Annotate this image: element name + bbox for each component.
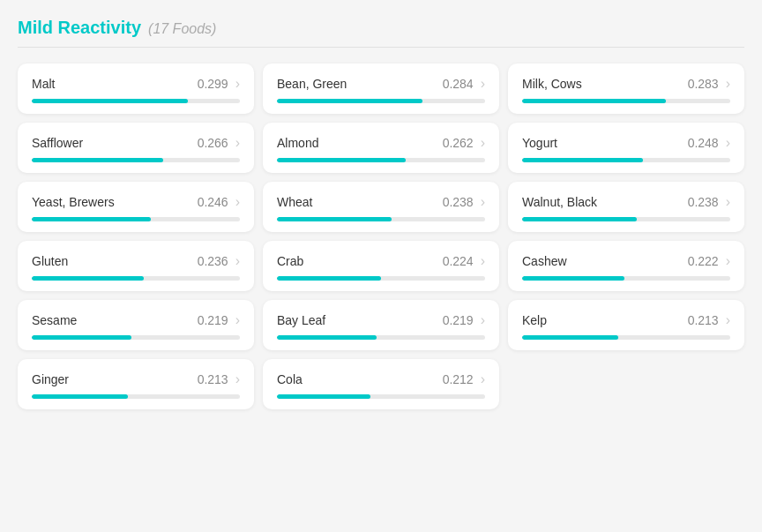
chevron-right-icon: › xyxy=(235,312,240,328)
chevron-right-icon: › xyxy=(235,371,240,387)
progress-track xyxy=(277,394,485,399)
food-card[interactable]: Yogurt0.248› xyxy=(508,123,744,173)
progress-track xyxy=(32,99,240,103)
food-name: Bay Leaf xyxy=(277,313,325,327)
food-name: Milk, Cows xyxy=(522,77,582,91)
chevron-right-icon: › xyxy=(481,194,485,210)
progress-fill xyxy=(277,217,392,221)
food-card[interactable]: Safflower0.266› xyxy=(18,123,254,173)
progress-fill xyxy=(277,99,422,103)
progress-fill xyxy=(32,158,163,162)
progress-fill xyxy=(32,394,128,399)
food-card[interactable]: Cashew0.222› xyxy=(508,241,744,291)
food-value: 0.224 xyxy=(443,254,474,268)
progress-fill xyxy=(522,99,666,103)
food-card[interactable]: Crab0.224› xyxy=(263,241,499,291)
food-value: 0.283 xyxy=(688,77,719,91)
food-value: 0.219 xyxy=(198,313,228,327)
chevron-right-icon: › xyxy=(481,253,485,269)
progress-fill xyxy=(277,158,406,162)
food-value: 0.222 xyxy=(688,254,719,268)
chevron-right-icon: › xyxy=(235,253,240,269)
progress-fill xyxy=(32,335,131,340)
food-card[interactable]: Almond0.262› xyxy=(263,123,499,173)
section-header: Mild Reactivity (17 Foods) xyxy=(18,18,744,48)
food-name: Ginger xyxy=(32,372,69,386)
section-title: Mild Reactivity xyxy=(18,18,141,38)
food-name: Safflower xyxy=(32,136,83,150)
progress-track xyxy=(277,217,485,221)
progress-fill xyxy=(32,99,188,103)
progress-fill xyxy=(522,217,637,221)
food-card[interactable]: Wheat0.238› xyxy=(263,182,499,232)
chevron-right-icon: › xyxy=(235,194,240,210)
progress-fill xyxy=(32,217,151,221)
food-value: 0.284 xyxy=(443,77,474,91)
chevron-right-icon: › xyxy=(726,312,730,328)
section-subtitle: (17 Foods) xyxy=(148,21,216,37)
food-name: Kelp xyxy=(522,313,547,327)
food-card[interactable]: Kelp0.213› xyxy=(508,300,744,350)
progress-track xyxy=(32,276,240,281)
chevron-right-icon: › xyxy=(481,76,485,92)
progress-track xyxy=(522,276,730,281)
progress-track xyxy=(32,394,240,399)
food-grid: Malt0.299›Bean, Green0.284›Milk, Cows0.2… xyxy=(18,64,744,409)
chevron-right-icon: › xyxy=(235,76,240,92)
food-name: Bean, Green xyxy=(277,77,347,91)
chevron-right-icon: › xyxy=(726,253,730,269)
food-card[interactable]: Bay Leaf0.219› xyxy=(263,300,499,350)
food-name: Wheat xyxy=(277,195,312,209)
food-name: Sesame xyxy=(32,313,77,327)
food-name: Yeast, Brewers xyxy=(32,195,115,209)
food-value: 0.238 xyxy=(688,195,719,209)
food-card[interactable]: Milk, Cows0.283› xyxy=(508,64,744,114)
chevron-right-icon: › xyxy=(726,135,730,151)
food-name: Cola xyxy=(277,372,303,386)
food-card[interactable]: Bean, Green0.284› xyxy=(263,64,499,114)
food-name: Yogurt xyxy=(522,136,557,150)
food-value: 0.238 xyxy=(443,195,474,209)
food-card[interactable]: Sesame0.219› xyxy=(18,300,254,350)
food-value: 0.262 xyxy=(443,136,474,150)
food-value: 0.213 xyxy=(198,372,228,386)
food-card[interactable]: Cola0.212› xyxy=(263,359,499,409)
chevron-right-icon: › xyxy=(481,312,485,328)
progress-fill xyxy=(277,276,381,281)
food-card[interactable]: Ginger0.213› xyxy=(18,359,254,409)
food-card[interactable]: Yeast, Brewers0.246› xyxy=(18,182,254,232)
progress-track xyxy=(522,99,730,103)
progress-track xyxy=(522,158,730,162)
food-name: Gluten xyxy=(32,254,68,268)
food-card[interactable]: Walnut, Black0.238› xyxy=(508,182,744,232)
progress-fill xyxy=(32,276,144,281)
progress-fill xyxy=(277,394,370,399)
food-card[interactable]: Malt0.299› xyxy=(18,64,254,114)
food-value: 0.299 xyxy=(198,77,228,91)
progress-track xyxy=(32,335,240,340)
food-name: Cashew xyxy=(522,254,567,268)
progress-fill xyxy=(522,158,643,162)
chevron-right-icon: › xyxy=(481,371,485,387)
progress-fill xyxy=(522,335,618,340)
chevron-right-icon: › xyxy=(481,135,485,151)
progress-track xyxy=(32,217,240,221)
food-name: Almond xyxy=(277,136,318,150)
food-name: Walnut, Black xyxy=(522,195,597,209)
food-card[interactable]: Gluten0.236› xyxy=(18,241,254,291)
food-value: 0.219 xyxy=(443,313,474,327)
progress-track xyxy=(522,335,730,340)
progress-track xyxy=(277,335,485,340)
food-value: 0.266 xyxy=(198,136,228,150)
progress-track xyxy=(32,158,240,162)
food-value: 0.248 xyxy=(688,136,719,150)
food-name: Crab xyxy=(277,254,303,268)
food-value: 0.236 xyxy=(198,254,228,268)
progress-fill xyxy=(522,276,624,281)
progress-track xyxy=(277,276,485,281)
food-value: 0.213 xyxy=(688,313,719,327)
progress-fill xyxy=(277,335,377,340)
chevron-right-icon: › xyxy=(726,194,730,210)
chevron-right-icon: › xyxy=(235,135,240,151)
chevron-right-icon: › xyxy=(726,76,730,92)
